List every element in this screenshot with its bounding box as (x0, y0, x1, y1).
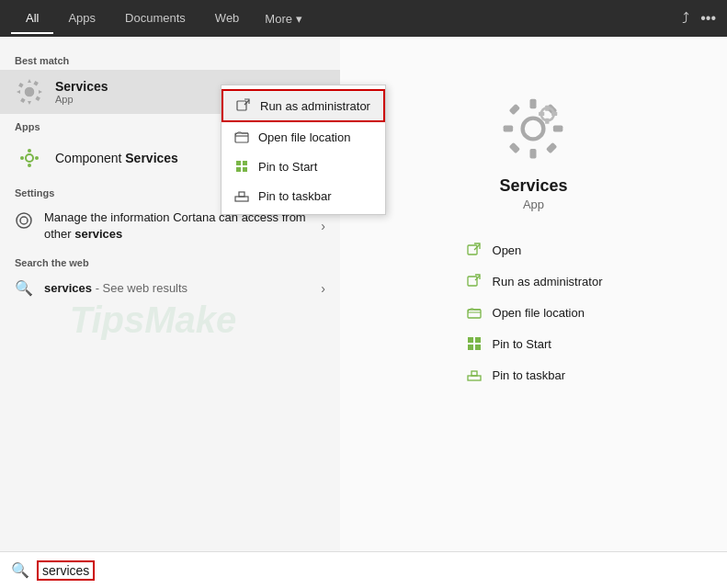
action-run-admin-label: Run as administrator (493, 275, 603, 288)
top-bar-actions: ⤴ ••• (682, 10, 716, 27)
svg-rect-34 (468, 337, 473, 343)
chevron-right-icon: › (321, 219, 325, 233)
component-services-text: Component Services (55, 150, 178, 166)
svg-point-16 (20, 217, 28, 224)
tab-all[interactable]: All (11, 4, 53, 34)
svg-rect-29 (540, 112, 545, 116)
action-open-location-label: Open file location (493, 306, 585, 320)
search-icon: 🔍 (11, 561, 29, 579)
svg-rect-18 (530, 99, 537, 109)
component-services-title: Component Services (55, 151, 178, 165)
action-open-label: Open (493, 243, 522, 257)
svg-point-17 (523, 119, 544, 140)
svg-rect-20 (504, 126, 514, 132)
nav-tabs: All Apps Documents Web More ▾ (11, 4, 682, 34)
svg-rect-35 (475, 337, 481, 343)
services-result-text: Services App (55, 79, 108, 105)
component-services-icon (15, 143, 44, 173)
svg-rect-3 (235, 133, 248, 142)
feedback-icon[interactable]: ⤴ (682, 10, 689, 27)
svg-point-10 (26, 154, 33, 162)
svg-rect-6 (236, 167, 241, 172)
context-menu: Run as administrator Open file location (221, 85, 386, 215)
action-pin-start-label: Pin to Start (493, 337, 551, 351)
web-search-text: services - See web results (44, 281, 187, 295)
right-panel: Services App Open (340, 37, 727, 551)
svg-point-14 (35, 156, 39, 160)
best-match-label: Best match (0, 48, 340, 70)
action-pin-start[interactable]: Pin to Start (465, 333, 603, 355)
pin-taskbar-icon (234, 188, 249, 203)
action-pin-taskbar-label: Pin to taskbar (493, 368, 566, 382)
svg-rect-2 (237, 101, 246, 110)
svg-rect-4 (236, 161, 241, 165)
services-icon (15, 77, 44, 107)
pin-start-label: Pin to Start (258, 160, 317, 174)
svg-rect-28 (546, 119, 550, 124)
tab-more[interactable]: More ▾ (254, 4, 312, 34)
top-bar: All Apps Documents Web More ▾ ⤴ ••• (0, 0, 727, 37)
cortana-icon (15, 211, 33, 233)
svg-rect-7 (243, 167, 247, 172)
context-menu-open-location[interactable]: Open file location (222, 122, 385, 152)
services-subtitle: App (55, 94, 108, 105)
svg-rect-8 (235, 197, 248, 201)
run-admin-label: Run as administrator (260, 99, 370, 113)
svg-rect-5 (243, 161, 247, 165)
left-panel: Best match Services (0, 37, 340, 551)
context-menu-run-admin[interactable]: Run as administrator (222, 89, 385, 122)
svg-rect-19 (530, 149, 537, 159)
tab-documents[interactable]: Documents (110, 4, 200, 34)
tab-web[interactable]: Web (200, 4, 255, 34)
main-content: Best match Services (0, 37, 727, 551)
preview-title: Services (499, 176, 567, 196)
more-options-icon[interactable]: ••• (700, 10, 716, 27)
web-chevron-icon: › (321, 281, 325, 296)
action-list: Open Run as administrator (465, 239, 603, 386)
svg-point-11 (28, 149, 31, 153)
open-location-right-icon (465, 303, 483, 322)
svg-rect-25 (546, 142, 557, 153)
svg-rect-21 (553, 126, 563, 132)
search-web-icon: 🔍 (15, 279, 33, 297)
preview-subtitle: App (523, 198, 544, 211)
svg-rect-36 (468, 345, 473, 350)
svg-point-15 (17, 213, 31, 228)
svg-rect-24 (509, 142, 520, 153)
open-location-label: Open file location (258, 130, 350, 144)
tab-apps[interactable]: Apps (53, 4, 110, 34)
preview-gear-icon (496, 92, 570, 165)
svg-rect-38 (468, 376, 481, 380)
pin-taskbar-label: Pin to taskbar (258, 189, 332, 203)
svg-rect-22 (509, 104, 520, 115)
svg-rect-39 (471, 371, 477, 376)
context-menu-pin-start[interactable]: Pin to Start (222, 152, 385, 181)
web-search-item[interactable]: 🔍 services - See web results › (0, 272, 340, 304)
run-admin-icon (236, 98, 251, 113)
svg-rect-31 (468, 245, 477, 254)
context-menu-pin-taskbar[interactable]: Pin to taskbar (222, 181, 385, 210)
svg-rect-30 (552, 112, 558, 116)
pin-taskbar-right-icon (465, 366, 483, 384)
svg-point-12 (28, 164, 31, 167)
web-label: Search the web (0, 250, 340, 272)
action-open[interactable]: Open (465, 239, 603, 261)
search-query-box: services (37, 560, 95, 581)
pin-start-right-icon (465, 334, 483, 353)
svg-point-13 (20, 156, 24, 160)
action-pin-taskbar[interactable]: Pin to taskbar (465, 364, 603, 386)
svg-rect-32 (468, 277, 477, 286)
open-location-icon (234, 130, 249, 144)
svg-rect-33 (468, 310, 481, 318)
open-icon (465, 241, 483, 259)
watermark: TipsMake (70, 300, 237, 341)
svg-rect-9 (239, 192, 244, 197)
preview-area: Services App Open (465, 55, 603, 386)
pin-start-icon (234, 159, 249, 174)
svg-rect-27 (546, 106, 550, 111)
action-open-location[interactable]: Open file location (465, 301, 603, 323)
action-run-admin[interactable]: Run as administrator (465, 270, 603, 292)
services-title: Services (55, 79, 108, 94)
search-bar: 🔍 services (0, 551, 727, 588)
svg-rect-37 (475, 345, 481, 350)
